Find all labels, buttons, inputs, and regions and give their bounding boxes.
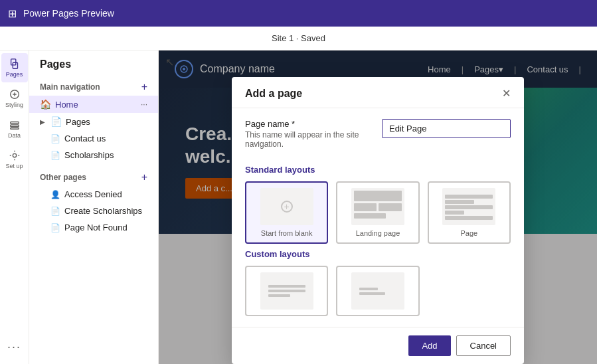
nav-item-scholarships[interactable]: 📄 Scholarships xyxy=(29,147,158,163)
nav-item-contact-us[interactable]: 📄 Contact us xyxy=(29,130,158,147)
field-hint: This name will appear in the site naviga… xyxy=(245,130,374,149)
person-icon: 👤 xyxy=(50,190,60,199)
nav-item-pages-label: Pages xyxy=(66,117,90,127)
main-layout: Pages Styling Data Set up ··· Pages Main… xyxy=(0,50,597,364)
nav-item-page-not-found[interactable]: 📄 Page Not Found xyxy=(29,219,158,236)
layout-landing-label: Landing page xyxy=(356,229,400,237)
pages-panel: Pages Main navigation + 🏠 Home ··· ▶ 📄 P… xyxy=(29,50,159,364)
standard-layouts-label: Standard layouts xyxy=(245,165,511,175)
nav-item-home-label: Home xyxy=(55,100,78,110)
sidebar-item-data[interactable]: Data xyxy=(1,114,28,143)
other-pages-header: Other pages + xyxy=(29,169,158,186)
custom-layouts-label: Custom layouts xyxy=(245,249,511,259)
modal-title: Add a page xyxy=(245,88,302,100)
layout-thumb-page xyxy=(442,188,495,225)
nav-item-contact-label: Contact us xyxy=(64,134,106,143)
expand-arrow-icon: ▶ xyxy=(40,118,45,126)
nav-item-scholarships-label: Scholarships xyxy=(64,150,114,160)
cancel-button[interactable]: Cancel xyxy=(456,335,511,356)
nav-item-pages[interactable]: ▶ 📄 Pages xyxy=(29,113,158,130)
sitebar: Site 1 · Saved xyxy=(0,27,597,50)
nav-item-home[interactable]: 🏠 Home ··· xyxy=(29,96,158,113)
site-status: Site 1 · Saved xyxy=(272,33,325,43)
layout-card-page[interactable]: Page xyxy=(428,181,511,244)
app-grid-icon[interactable]: ⊞ xyxy=(8,7,17,20)
modal-header: Add a page ✕ xyxy=(232,77,524,108)
icon-sidebar: Pages Styling Data Set up ··· xyxy=(0,50,29,364)
modal-overlay: Add a page ✕ Page name * This name will … xyxy=(159,50,597,364)
pages-panel-title: Pages xyxy=(29,58,158,78)
page-name-field-row: Page name * This name will appear in the… xyxy=(245,119,511,154)
field-input-wrap xyxy=(382,119,511,138)
page-icon-notfound: 📄 xyxy=(50,223,60,232)
page-name-input[interactable] xyxy=(382,119,511,138)
sidebar-styling-label: Styling xyxy=(5,102,23,108)
sidebar-data-label: Data xyxy=(8,132,21,139)
custom-layouts-row xyxy=(245,266,511,316)
sidebar-item-more[interactable]: ··· xyxy=(1,335,28,364)
plus-circle-icon: + xyxy=(281,201,293,213)
sidebar-pages-label: Pages xyxy=(6,71,23,78)
nav-item-home-more[interactable]: ··· xyxy=(141,100,147,109)
other-pages-label: Other pages xyxy=(40,173,86,182)
modal-footer: Add Cancel xyxy=(232,327,524,364)
layout-blank-label: Start from blank xyxy=(261,229,313,237)
add-page-modal: Add a page ✕ Page name * This name will … xyxy=(232,77,524,364)
add-other-page-button[interactable]: + xyxy=(141,171,147,183)
page-icon-scholarships: 📄 xyxy=(50,151,60,160)
topbar: ⊞ Power Pages Preview xyxy=(0,0,597,27)
page-icon-contact: 📄 xyxy=(50,134,60,143)
svg-rect-5 xyxy=(10,128,19,130)
preview-area: ↖ Company name Home | Pages▾ | Contact u… xyxy=(159,50,597,364)
field-info: Page name * This name will appear in the… xyxy=(245,119,374,154)
layout-card-custom-2[interactable] xyxy=(336,266,419,316)
sidebar-setup-label: Set up xyxy=(5,163,23,169)
page-icon-create: 📄 xyxy=(50,207,60,216)
modal-close-button[interactable]: ✕ xyxy=(502,88,511,99)
svg-rect-1 xyxy=(13,62,17,68)
field-label: Page name * xyxy=(245,119,374,129)
main-navigation-label: Main navigation xyxy=(40,82,100,92)
custom-thumb-1 xyxy=(260,272,313,310)
layout-card-custom-1[interactable] xyxy=(245,266,328,316)
custom-thumb-2 xyxy=(351,272,404,310)
add-button[interactable]: Add xyxy=(408,335,450,356)
nav-item-access-denied-label: Access Denied xyxy=(64,189,122,199)
more-dots-icon: ··· xyxy=(7,340,21,354)
add-main-nav-button[interactable]: + xyxy=(141,81,147,93)
nav-item-create-scholarships-label: Create Scholarships xyxy=(64,206,142,216)
modal-body: Page name * This name will appear in the… xyxy=(232,108,524,327)
layout-card-blank[interactable]: + Start from blank xyxy=(245,181,328,244)
nav-item-create-scholarships[interactable]: 📄 Create Scholarships xyxy=(29,203,158,219)
nav-item-page-not-found-label: Page Not Found xyxy=(64,223,128,232)
layout-page-label: Page xyxy=(460,229,477,237)
sidebar-item-pages[interactable]: Pages xyxy=(1,53,28,82)
main-navigation-header: Main navigation + xyxy=(29,78,158,96)
home-icon: 🏠 xyxy=(40,99,51,110)
layout-card-landing[interactable]: Landing page xyxy=(336,181,419,244)
sidebar-item-styling[interactable]: Styling xyxy=(1,84,28,113)
svg-rect-3 xyxy=(10,122,19,124)
nav-item-access-denied[interactable]: 👤 Access Denied xyxy=(29,186,158,203)
svg-rect-4 xyxy=(10,125,19,127)
layout-grid: + Start from blank xyxy=(245,181,511,244)
layout-thumb-blank: + xyxy=(260,188,313,225)
svg-point-6 xyxy=(13,153,16,157)
layout-thumb-landing xyxy=(351,188,404,225)
sidebar-item-setup[interactable]: Set up xyxy=(1,145,28,174)
app-title: Power Pages Preview xyxy=(23,8,114,19)
folder-icon: 📄 xyxy=(50,116,62,127)
svg-rect-0 xyxy=(11,59,15,65)
